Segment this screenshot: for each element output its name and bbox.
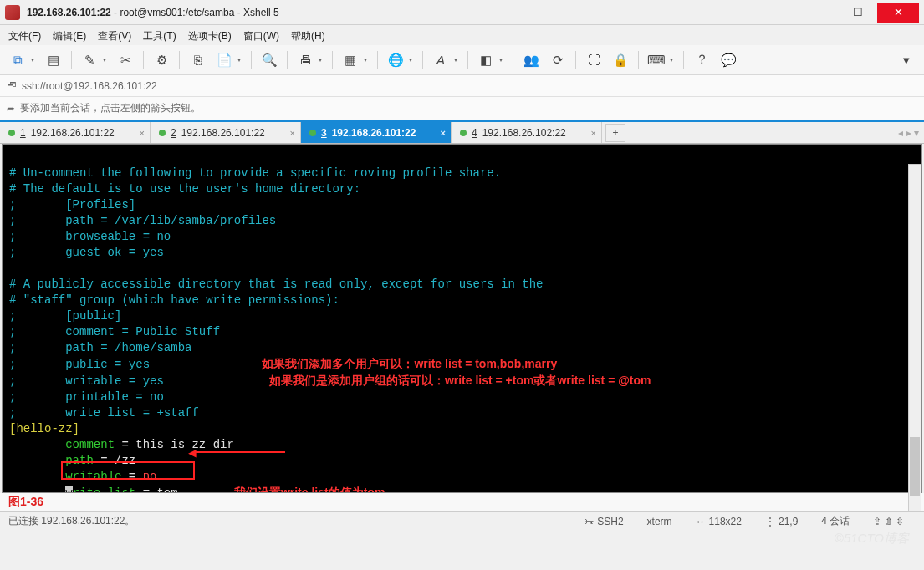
close-button[interactable]: ✕ bbox=[877, 3, 919, 23]
keyboard-icon[interactable]: ⌨ bbox=[646, 49, 667, 71]
annotation-2: 如果我们是添加用户组的话可以：write list = +tom或者write … bbox=[269, 374, 651, 387]
status-dot-icon bbox=[309, 130, 316, 136]
term-key: comment bbox=[65, 438, 115, 451]
menu-tab[interactable]: 选项卡(B) bbox=[188, 29, 232, 43]
figure-label: 图1-36 bbox=[0, 493, 924, 511]
lock-icon[interactable]: 🔒 bbox=[610, 49, 631, 71]
status-rowcol: ⋮ 21,9 bbox=[765, 516, 798, 527]
menubar: 文件(F) 编辑(E) 查看(V) 工具(T) 选项卡(B) 窗口(W) 帮助(… bbox=[0, 25, 924, 45]
term-line: ; printable = no bbox=[9, 390, 164, 404]
menu-window[interactable]: 窗口(W) bbox=[243, 29, 279, 43]
hint-bar: ➦ 要添加当前会话，点击左侧的箭头按钮。 bbox=[0, 97, 924, 120]
menu-help[interactable]: 帮助(H) bbox=[291, 29, 325, 43]
term-line: # A publicly accessible directory that i… bbox=[9, 277, 544, 291]
color-icon[interactable]: ◧ bbox=[475, 49, 497, 71]
term-line: ; [Profiles] bbox=[9, 198, 135, 211]
refresh-icon[interactable]: ⟳ bbox=[547, 49, 569, 71]
term-section: [hello-zz] bbox=[9, 422, 79, 435]
hint-text: 要添加当前会话，点击左侧的箭头按钮。 bbox=[20, 101, 201, 115]
maximize-button[interactable]: ☐ bbox=[839, 3, 877, 23]
status-proto: 🗝 SSH2 bbox=[584, 516, 623, 527]
reconnect-icon[interactable]: ✎ bbox=[79, 49, 100, 71]
term-line: # Un-comment the following to provide a … bbox=[9, 166, 501, 180]
annotation-1: 如果我们添加多个用户可以：write list = tom,bob,marry bbox=[262, 357, 557, 370]
hint-arrow-icon[interactable]: ➦ bbox=[7, 103, 15, 115]
term-line: ; public = yes bbox=[9, 358, 150, 371]
term-line: ; browseable = no bbox=[9, 230, 171, 243]
toolbar: ⧉▾ ▤ ✎▾ ✂ ⚙ ⎘ 📄▾ 🔍 🖶▾ ▦▾ 🌐▾ A▾ ◧▾ 👥 ⟳ ⛶ … bbox=[0, 45, 924, 75]
cursor: w bbox=[65, 486, 72, 493]
annotation-box bbox=[61, 461, 195, 480]
status-dot-icon bbox=[8, 130, 15, 136]
term-line: ; comment = Public Stuff bbox=[9, 325, 220, 338]
titlebar: 192.168.26.101:22 - root@vms001:/etc/sam… bbox=[0, 0, 924, 25]
globe-icon[interactable]: 🌐 bbox=[385, 49, 406, 71]
tab-close-icon[interactable]: × bbox=[290, 128, 295, 138]
find-icon[interactable]: 🔍 bbox=[258, 49, 280, 71]
term-line: # The default is to use the user's home … bbox=[9, 182, 360, 196]
session-tab-3[interactable]: 3 192.168.26.101:22× bbox=[301, 122, 452, 143]
term-key: rite list bbox=[73, 486, 136, 493]
disconnect-icon[interactable]: ✂ bbox=[115, 49, 136, 71]
address-text[interactable]: ssh://root@192.168.26.101:22 bbox=[22, 80, 157, 92]
fullscreen-icon[interactable]: ⛶ bbox=[583, 49, 605, 71]
term-line: ; write list = +staff bbox=[9, 406, 199, 420]
term-line: ; writable = yes bbox=[9, 374, 164, 388]
protocol-icon: 🗗 bbox=[7, 80, 17, 92]
status-caps: ⇪ ⇭ ⇳ bbox=[873, 516, 904, 527]
tab-close-icon[interactable]: × bbox=[140, 128, 145, 138]
status-size: ↔ 118x22 bbox=[696, 516, 742, 527]
minimize-button[interactable]: — bbox=[800, 3, 839, 23]
status-dot-icon bbox=[460, 130, 467, 136]
status-bar: 已连接 192.168.26.101:22。 🗝 SSH2 xterm ↔ 11… bbox=[0, 511, 924, 530]
term-line: ; path = /var/lib/samba/profiles bbox=[9, 214, 276, 227]
tab-nav[interactable]: ◂ ▸ ▾ bbox=[898, 127, 919, 139]
font-icon[interactable]: A bbox=[430, 49, 452, 71]
layout-icon[interactable]: ▦ bbox=[339, 49, 361, 71]
annotation-3: 我们设置write list的值为tom bbox=[234, 486, 385, 493]
menu-file[interactable]: 文件(F) bbox=[8, 29, 41, 43]
annotation-arrow bbox=[193, 451, 285, 453]
connection-status: 已连接 192.168.26.101:22。 bbox=[8, 514, 135, 528]
status-term: xterm bbox=[647, 516, 672, 527]
help-icon[interactable]: ？ bbox=[691, 49, 712, 71]
session-tab-1[interactable]: 1 192.168.26.101:22× bbox=[0, 122, 151, 143]
copy-icon[interactable]: ⎘ bbox=[186, 49, 208, 71]
menu-view[interactable]: 查看(V) bbox=[98, 29, 131, 43]
chat-icon[interactable]: 💬 bbox=[717, 49, 739, 71]
term-line: # "staff" group (which have write permis… bbox=[9, 293, 339, 307]
paste-icon[interactable]: 📄 bbox=[213, 49, 235, 71]
arrow-head-icon: ◀ bbox=[188, 446, 197, 462]
session-tab-2[interactable]: 2 192.168.26.101:22× bbox=[151, 122, 301, 143]
open-icon[interactable]: ▤ bbox=[43, 49, 64, 71]
menu-edit[interactable]: 编辑(E) bbox=[53, 29, 86, 43]
tab-bar: 1 192.168.26.101:22× 2 192.168.26.101:22… bbox=[0, 120, 924, 144]
address-bar: 🗗 ssh://root@192.168.26.101:22 bbox=[0, 75, 924, 97]
terminal[interactable]: # Un-comment the following to provide a … bbox=[2, 144, 922, 493]
app-icon bbox=[5, 5, 20, 20]
tab-close-icon[interactable]: × bbox=[441, 128, 446, 138]
tab-close-icon[interactable]: × bbox=[591, 128, 596, 138]
users-icon[interactable]: 👥 bbox=[520, 49, 542, 71]
session-tab-4[interactable]: 4 192.168.26.102:22× bbox=[452, 122, 602, 143]
term-line: ; guest ok = yes bbox=[9, 246, 164, 259]
new-tab-button[interactable]: + bbox=[605, 124, 625, 142]
properties-icon[interactable]: ⚙ bbox=[151, 49, 172, 71]
toolbar-overflow-icon[interactable]: ▾ bbox=[896, 49, 917, 71]
scrollbar[interactable] bbox=[908, 164, 921, 511]
print-icon[interactable]: 🖶 bbox=[294, 49, 316, 71]
new-session-icon[interactable]: ⧉ bbox=[7, 49, 28, 71]
watermark: ©51CTO博客 bbox=[835, 531, 909, 547]
term-line: ; path = /home/samba bbox=[9, 341, 191, 354]
status-dot-icon bbox=[159, 130, 166, 136]
status-sessions: 4 会话 bbox=[821, 514, 850, 528]
menu-tools[interactable]: 工具(T) bbox=[143, 29, 176, 43]
term-line: ; [public] bbox=[9, 309, 121, 323]
window-title: 192.168.26.101:22 - root@vms001:/etc/sam… bbox=[27, 7, 800, 18]
